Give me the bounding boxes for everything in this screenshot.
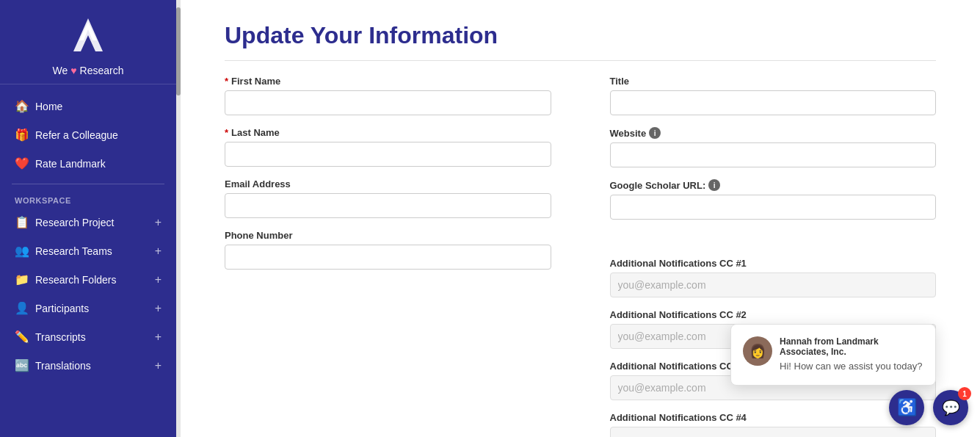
email-group: Email Address bbox=[225, 178, 551, 218]
chat-button[interactable]: 💬 1 bbox=[933, 390, 968, 425]
cc1-label: Additional Notifications CC #1 bbox=[610, 258, 937, 269]
google-scholar-label: Google Scholar URL: i bbox=[610, 179, 937, 191]
first-name-group: * First Name bbox=[225, 76, 551, 115]
sidebar-logo: We ♥ Research bbox=[0, 0, 176, 84]
plus-icon[interactable]: + bbox=[155, 216, 161, 229]
brand-research: Research bbox=[80, 65, 124, 76]
translations-icon: 🔤 bbox=[15, 358, 28, 372]
email-input[interactable] bbox=[225, 193, 551, 218]
sidebar-brand: We ♥ Research bbox=[53, 65, 124, 76]
phone-input[interactable] bbox=[225, 245, 551, 270]
sidebar-item-folders[interactable]: 📁 Research Folders + bbox=[0, 265, 176, 294]
workspace-label: WORKSPACE bbox=[0, 190, 176, 208]
plus-icon[interactable]: + bbox=[155, 359, 161, 372]
cc1-group: Additional Notifications CC #1 bbox=[610, 258, 937, 297]
sidebar-item-label: Rate Landmark bbox=[35, 158, 106, 170]
sidebar-divider bbox=[12, 184, 164, 184]
form-left-column: * First Name * Last Name Email Address P… bbox=[225, 76, 551, 437]
first-name-label: * First Name bbox=[225, 76, 551, 87]
chat-avatar: 👩 bbox=[743, 336, 772, 366]
required-asterisk: * bbox=[225, 127, 228, 138]
google-scholar-group: Google Scholar URL: i bbox=[610, 179, 937, 220]
sidebar-item-label: Research Project bbox=[35, 217, 114, 228]
plus-icon[interactable]: + bbox=[155, 302, 161, 315]
brand-we: We bbox=[53, 65, 68, 76]
sidebar-item-label: Home bbox=[35, 101, 62, 112]
project-icon: 📋 bbox=[15, 215, 28, 229]
sidebar-item-project[interactable]: 📋 Research Project + bbox=[0, 208, 176, 236]
chat-popup: 👩 Hannah from Landmark Associates, Inc. … bbox=[730, 324, 936, 386]
website-info-icon[interactable]: i bbox=[649, 127, 661, 139]
sidebar-item-label: Refer a Colleague bbox=[35, 129, 118, 141]
sidebar-item-rate[interactable]: ❤️ Rate Landmark bbox=[0, 149, 176, 178]
cc4-input[interactable] bbox=[610, 427, 937, 437]
chat-icon: 💬 bbox=[942, 399, 960, 416]
sidebar-item-label: Participants bbox=[35, 303, 89, 314]
title-label: Title bbox=[610, 76, 937, 87]
accessibility-icon: ♿ bbox=[897, 398, 917, 417]
email-label: Email Address bbox=[225, 178, 551, 189]
sidebar-item-label: Research Teams bbox=[35, 245, 112, 257]
cc4-group: Additional Notifications CC #4 bbox=[610, 412, 937, 437]
sidebar-item-refer[interactable]: 🎁 Refer a Colleague bbox=[0, 120, 176, 149]
title-input[interactable] bbox=[610, 90, 937, 115]
sidebar-item-participants[interactable]: 👤 Participants + bbox=[0, 294, 176, 322]
gift-icon: 🎁 bbox=[15, 128, 28, 142]
sidebar-item-label: Research Folders bbox=[35, 274, 117, 286]
sidebar-item-teams[interactable]: 👥 Research Teams + bbox=[0, 236, 176, 265]
scroll-thumb bbox=[176, 7, 181, 95]
cc4-label: Additional Notifications CC #4 bbox=[610, 412, 937, 423]
brand-logo-icon bbox=[66, 15, 110, 59]
google-scholar-info-icon[interactable]: i bbox=[708, 179, 720, 191]
sidebar-item-home[interactable]: 🏠 Home bbox=[0, 92, 176, 120]
last-name-label: * Last Name bbox=[225, 127, 551, 138]
plus-icon[interactable]: + bbox=[155, 273, 161, 286]
first-name-input[interactable] bbox=[225, 90, 551, 115]
bottom-buttons: ♿ 💬 1 bbox=[889, 390, 968, 425]
cc2-label: Additional Notifications CC #2 bbox=[610, 309, 937, 320]
sidebar-item-label: Transcripts bbox=[35, 331, 86, 343]
last-name-input[interactable] bbox=[225, 142, 551, 167]
website-label: Website i bbox=[610, 127, 937, 139]
website-input[interactable] bbox=[610, 142, 937, 167]
transcripts-icon: ✏️ bbox=[15, 330, 28, 344]
page-title: Update Your Information bbox=[225, 22, 936, 61]
sidebar-navigation: 🏠 Home 🎁 Refer a Colleague ❤️ Rate Landm… bbox=[0, 84, 176, 387]
folders-icon: 📁 bbox=[15, 272, 28, 286]
plus-icon[interactable]: + bbox=[155, 331, 161, 344]
phone-group: Phone Number bbox=[225, 230, 551, 270]
teams-icon: 👥 bbox=[15, 244, 28, 258]
required-asterisk: * bbox=[225, 76, 228, 87]
sidebar-item-translations[interactable]: 🔤 Translations + bbox=[0, 351, 176, 380]
phone-label: Phone Number bbox=[225, 230, 551, 241]
participants-icon: 👤 bbox=[15, 301, 28, 315]
chat-content: Hannah from Landmark Associates, Inc. Hi… bbox=[780, 336, 923, 373]
title-group: Title bbox=[610, 76, 937, 115]
chat-sender: Hannah from Landmark Associates, Inc. bbox=[780, 336, 923, 357]
sidebar: We ♥ Research 🏠 Home 🎁 Refer a Colleague… bbox=[0, 0, 176, 437]
plus-icon[interactable]: + bbox=[155, 245, 161, 258]
rate-heart-icon: ❤️ bbox=[15, 156, 28, 170]
website-group: Website i bbox=[610, 127, 937, 167]
spacer bbox=[610, 231, 937, 246]
last-name-group: * Last Name bbox=[225, 127, 551, 167]
cc1-input[interactable] bbox=[610, 272, 937, 297]
accessibility-button[interactable]: ♿ bbox=[889, 390, 924, 425]
google-scholar-input[interactable] bbox=[610, 195, 937, 220]
chat-badge: 1 bbox=[958, 387, 971, 400]
sidebar-item-transcripts[interactable]: ✏️ Transcripts + bbox=[0, 322, 176, 351]
scroll-indicator bbox=[176, 0, 181, 437]
home-icon: 🏠 bbox=[15, 99, 28, 113]
heart-icon: ♥ bbox=[70, 65, 76, 76]
sidebar-item-label: Translations bbox=[35, 360, 91, 372]
chat-message: Hi! How can we assist you today? bbox=[780, 360, 923, 373]
